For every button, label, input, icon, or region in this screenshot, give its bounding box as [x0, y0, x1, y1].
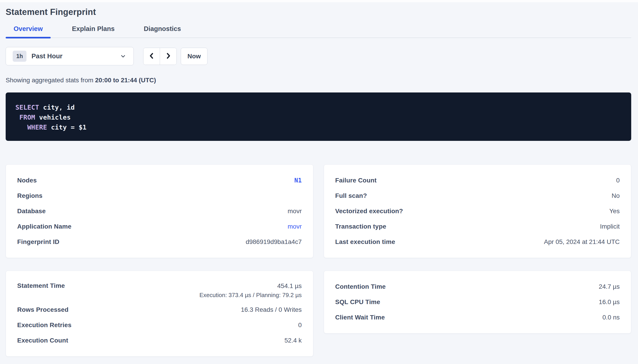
card-row: Client Wait Time0.0 ns	[335, 310, 620, 325]
card-row: Execution Count52.4 k	[17, 333, 302, 348]
card-row: SQL CPU Time16.0 µs	[335, 294, 620, 310]
card-row: Failure Count0	[335, 173, 620, 188]
card-row: Execution Retries0	[17, 318, 302, 333]
sql-keyword: WHERE	[27, 124, 47, 131]
time-controls: 1h Past Hour	[6, 47, 631, 65]
row-label: Fingerprint ID	[17, 238, 59, 246]
next-time-button[interactable]	[160, 48, 177, 65]
tab-diagnostics[interactable]: Diagnostics	[136, 25, 189, 38]
summary-prefix: Showing aggregated stats from	[6, 77, 95, 84]
row-label: Contention Time	[335, 283, 386, 290]
row-label: Application Name	[17, 223, 72, 230]
card-row: NodesN1	[17, 173, 302, 188]
row-value: 16.3 Reads / 0 Writes	[241, 306, 302, 314]
card-row: Vectorized execution?Yes	[335, 204, 620, 219]
row-value: d986919d9ba1a4c7	[246, 238, 302, 246]
row-label: Execution Count	[17, 337, 68, 344]
time-range-select[interactable]: 1h Past Hour	[6, 47, 134, 65]
card-row: Last execution timeApr 05, 2024 at 21:44…	[335, 234, 620, 250]
row-value: Implicit	[600, 223, 620, 230]
row-value: 52.4 k	[284, 337, 302, 344]
card-row: Regions	[17, 188, 302, 204]
card-row: Contention Time24.7 µs	[335, 279, 620, 294]
row-label: Last execution time	[335, 238, 395, 246]
row-label: Regions	[17, 192, 43, 200]
time-range-label: Past Hour	[32, 52, 63, 60]
sql-keyword: FROM	[19, 114, 35, 121]
now-button[interactable]: Now	[181, 48, 208, 65]
details-card-left: NodesN1RegionsDatabasemovrApplication Na…	[6, 164, 313, 258]
chevron-right-icon	[165, 52, 172, 60]
sql-line: WHERE city = $1	[16, 122, 621, 132]
sql-text: city = $1	[47, 124, 87, 131]
row-label: SQL CPU Time	[335, 298, 380, 306]
sql-text	[16, 114, 19, 121]
aggregated-stats-summary: Showing aggregated stats from 20:00 to 2…	[6, 77, 631, 84]
tab-overview[interactable]: Overview	[6, 25, 51, 38]
chevron-down-icon	[120, 53, 126, 60]
performance-card-right: Contention Time24.7 µsSQL CPU Time16.0 µ…	[324, 271, 631, 334]
chevron-left-icon	[148, 52, 155, 60]
row-value: 454.1 µs	[277, 282, 302, 290]
row-value-link[interactable]: N1	[294, 176, 302, 184]
sql-text	[16, 124, 27, 131]
row-label: Transaction type	[335, 223, 386, 230]
card-row: Rows Processed16.3 Reads / 0 Writes	[17, 302, 302, 318]
card-row: Full scan?No	[335, 188, 620, 204]
row-label: Database	[17, 208, 46, 215]
row-value: No	[611, 192, 620, 200]
tabs-bar: Overview Explain Plans Diagnostics	[6, 25, 631, 38]
row-label: Client Wait Time	[335, 314, 385, 321]
row-label: Vectorized execution?	[335, 208, 403, 215]
row-value: 0	[298, 321, 302, 329]
summary-cards: NodesN1RegionsDatabasemovrApplication Na…	[6, 164, 631, 356]
row-value: 0.0 ns	[602, 314, 620, 321]
page-title: Statement Fingerprint	[6, 7, 631, 17]
row-label: Failure Count	[335, 177, 377, 184]
row-label: Statement Time	[17, 282, 65, 290]
row-label: Execution Retries	[17, 322, 72, 329]
row-subvalue: Execution: 373.4 µs / Planning: 79.2 µs	[199, 292, 302, 299]
row-value: 0	[616, 176, 620, 184]
card-row: Statement Time454.1 µsExecution: 373.4 µ…	[17, 279, 302, 302]
row-value: 16.0 µs	[599, 298, 620, 306]
sql-line: FROM vehicles	[16, 112, 621, 122]
time-step-buttons	[143, 48, 177, 65]
card-row: Fingerprint IDd986919d9ba1a4c7	[17, 234, 302, 250]
summary-range: 20:00 to 21:44 (UTC)	[95, 77, 156, 84]
sql-text: vehicles	[35, 114, 71, 121]
sql-line: SELECT city, id	[16, 102, 621, 112]
sql-keyword: SELECT	[16, 104, 39, 111]
performance-card-left: Statement Time454.1 µsExecution: 373.4 µ…	[6, 271, 313, 356]
card-row: Application Namemovr	[17, 219, 302, 234]
statement-fingerprint-page: Statement Fingerprint Overview Explain P…	[0, 7, 638, 356]
sql-statement-box: SELECT city, id FROM vehicles WHERE city…	[6, 92, 631, 141]
previous-time-button[interactable]	[144, 48, 160, 65]
row-value: movr	[288, 207, 302, 215]
row-label: Nodes	[17, 177, 37, 184]
top-strip	[0, 0, 638, 2]
row-label: Rows Processed	[17, 306, 69, 313]
card-row: Databasemovr	[17, 204, 302, 219]
card-row: Transaction typeImplicit	[335, 219, 620, 234]
interval-badge: 1h	[13, 51, 27, 62]
row-value: Yes	[609, 207, 620, 215]
details-card-right: Failure Count0Full scan?NoVectorized exe…	[324, 164, 631, 258]
sql-text: city, id	[39, 104, 75, 111]
row-value: Apr 05, 2024 at 21:44 UTC	[544, 238, 620, 246]
tab-explain-plans[interactable]: Explain Plans	[64, 25, 123, 38]
row-value-link[interactable]: movr	[288, 223, 302, 230]
row-label: Full scan?	[335, 192, 367, 200]
row-value: 24.7 µs	[599, 283, 620, 290]
